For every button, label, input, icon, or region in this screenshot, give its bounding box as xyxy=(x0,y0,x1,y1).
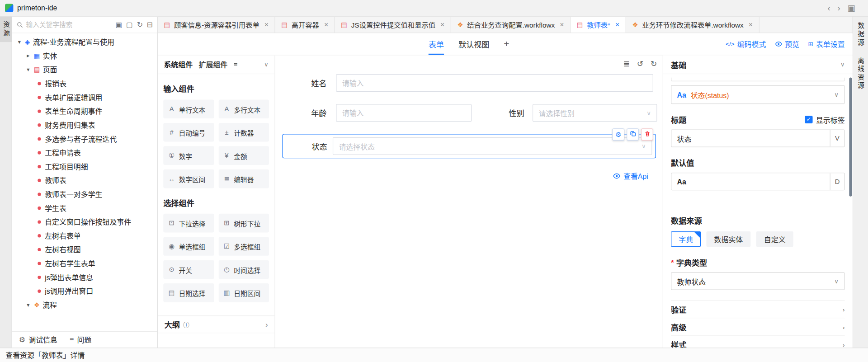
form-settings-button[interactable]: ⊞ 表单设置 xyxy=(808,39,844,49)
tree-page-item[interactable]: 左树右表单 xyxy=(12,229,157,243)
age-input[interactable] xyxy=(336,104,472,122)
title-input-control[interactable] xyxy=(671,134,830,142)
data-source-custom-button[interactable]: 自定义 xyxy=(756,231,793,247)
selected-field-status[interactable]: ⚙ 状态 请选择状态 ∨ xyxy=(282,134,656,158)
align-layout-icon[interactable]: ≣ xyxy=(623,59,630,68)
editor-tab[interactable]: ▤ JS设置控件提交值和显示值 × xyxy=(335,17,451,33)
tab-close-icon[interactable]: × xyxy=(615,20,619,28)
redo-icon[interactable]: ↻ xyxy=(651,59,657,68)
tab-extension-components[interactable]: 扩展组件 xyxy=(199,59,228,70)
save-layout-icon[interactable]: ▣ xyxy=(847,4,855,12)
tree-page-item[interactable]: 工程申请表 xyxy=(12,146,157,160)
expander-open-icon[interactable]: ▾ xyxy=(25,302,31,308)
name-input-control[interactable] xyxy=(342,79,647,87)
scrollbar-thumb[interactable] xyxy=(849,77,852,196)
dynamic-binding-button[interactable]: D xyxy=(830,173,844,190)
tree-root-node[interactable]: ▾ ◈ 流程-业务流程配置与使用 xyxy=(12,35,157,49)
field-selector[interactable]: Aa 状态(status) ∨ xyxy=(671,85,844,104)
tab-system-components[interactable]: 系统组件 xyxy=(164,59,193,70)
palette-item[interactable]: ▤日期选择 xyxy=(163,283,214,302)
history-back-icon[interactable]: ‹ xyxy=(827,4,830,12)
code-mode-button[interactable]: </> 编码模式 xyxy=(726,39,766,49)
section-validation[interactable]: 验证 › xyxy=(671,301,844,318)
palette-item[interactable]: #自动编号 xyxy=(163,123,214,142)
debug-info-tab[interactable]: ⚙ 调试信息 xyxy=(19,334,57,345)
palette-item[interactable]: ⊙开关 xyxy=(163,260,214,279)
palette-menu-icon[interactable]: ≡ xyxy=(234,61,238,68)
palette-item[interactable]: A单行文本 xyxy=(163,99,214,118)
section-advanced[interactable]: 高级 › xyxy=(671,318,844,336)
field-row-name[interactable]: 姓名 xyxy=(284,74,653,92)
data-source-dict-button[interactable]: 字典 xyxy=(671,231,701,247)
palette-item[interactable]: ⊡下拉选择 xyxy=(163,214,214,233)
field-settings-button[interactable]: ⚙ xyxy=(612,128,624,141)
gender-select[interactable]: 请选择性别 ∨ xyxy=(533,104,657,122)
tree-process-node[interactable]: ▾ ❖ 流程 xyxy=(12,298,157,312)
undo-icon[interactable]: ↺ xyxy=(637,59,643,68)
field-copy-button[interactable] xyxy=(627,128,639,141)
folder-icon[interactable]: ▢ xyxy=(126,20,133,28)
datasource-rail-tab[interactable]: 数据源 xyxy=(855,21,867,48)
tree-pages-node[interactable]: ▾ ▤ 页面 xyxy=(12,62,157,76)
resources-rail-tab[interactable]: 资源 xyxy=(0,17,12,42)
show-label-toggle[interactable]: ✓ 显示标签 xyxy=(805,114,844,125)
tree-page-item[interactable]: 多选参与者子流程迭代 xyxy=(12,132,157,146)
tree-page-item[interactable]: 表单扩展逻辑调用 xyxy=(12,90,157,104)
locate-file-icon[interactable]: ▣ xyxy=(115,20,122,28)
data-source-entity-button[interactable]: 数据实体 xyxy=(706,231,750,247)
palette-item[interactable]: ◉单选框组 xyxy=(163,237,214,256)
palette-item[interactable]: ≣编辑器 xyxy=(218,169,269,188)
properties-header[interactable]: 基础 ∨ xyxy=(663,55,853,74)
status-select[interactable]: 请选择状态 ∨ xyxy=(333,137,652,155)
dict-type-select[interactable]: 教师状态 ∨ xyxy=(671,273,844,290)
tab-default-view[interactable]: 默认视图 xyxy=(458,33,490,55)
tree-entity-node[interactable]: ▸ ▦ 实体 xyxy=(12,49,157,63)
section-style[interactable]: 样式 › xyxy=(671,336,844,348)
name-input[interactable] xyxy=(336,74,653,92)
refresh-icon[interactable]: ↻ xyxy=(137,20,143,28)
editor-tab-active[interactable]: ▤ 教师表* × xyxy=(571,17,626,33)
problems-tab[interactable]: ≡ 问题 xyxy=(70,334,92,345)
tab-close-icon[interactable]: × xyxy=(440,20,444,28)
tree-page-item[interactable]: 左树右视图 xyxy=(12,242,157,256)
tree-page-item[interactable]: js调用弹出窗口 xyxy=(12,284,157,298)
tree-page-item[interactable]: 教师表 xyxy=(12,173,157,187)
palette-item[interactable]: ◷时间选择 xyxy=(218,260,269,279)
tab-form[interactable]: 表单 xyxy=(429,33,444,55)
editor-tab[interactable]: ▤ 顾客信息-资源容器引用表单 × xyxy=(158,17,275,33)
tab-close-icon[interactable]: × xyxy=(264,20,269,28)
palette-item[interactable]: ①数字 xyxy=(163,146,214,165)
outline-bar[interactable]: 大纲 ⓘ › xyxy=(158,315,274,333)
palette-item[interactable]: ↔数字区间 xyxy=(163,169,214,188)
tree-page-item[interactable]: 教师表一对多学生 xyxy=(12,187,157,201)
preview-button[interactable]: 预览 xyxy=(775,39,799,49)
tree-page-item[interactable]: js弹出表单信息 xyxy=(12,270,157,284)
expander-open-icon[interactable]: ▾ xyxy=(25,66,31,72)
collapse-all-icon[interactable]: ⊟ xyxy=(147,20,153,28)
default-value-input[interactable]: Aa D xyxy=(671,173,844,190)
add-view-icon[interactable]: + xyxy=(504,33,509,55)
variable-binding-button[interactable]: V xyxy=(830,130,844,147)
field-delete-button[interactable] xyxy=(641,128,653,141)
palette-item[interactable]: ¥金额 xyxy=(218,146,269,165)
tab-close-icon[interactable]: × xyxy=(324,20,328,28)
tree-page-item[interactable]: 财务费用归集表 xyxy=(12,118,157,132)
palette-item[interactable]: ±计数器 xyxy=(218,123,269,142)
expander-closed-icon[interactable]: ▸ xyxy=(25,52,31,58)
chevron-down-icon[interactable]: ∨ xyxy=(264,61,269,68)
tree-page-item[interactable]: 左树右学生表单 xyxy=(12,256,157,270)
chevron-right-icon[interactable]: › xyxy=(265,320,268,329)
tree-page-item[interactable]: 报销表 xyxy=(12,76,157,90)
editor-tab[interactable]: ❖ 结合业务查询配置.workflowx × xyxy=(451,17,571,33)
editor-tab[interactable]: ▤ 高开容器 × xyxy=(275,17,335,33)
checkbox-checked-icon[interactable]: ✓ xyxy=(805,116,812,123)
palette-item[interactable]: ⊞树形下拉 xyxy=(218,214,269,233)
palette-item[interactable]: A多行文本 xyxy=(218,99,269,118)
age-input-control[interactable] xyxy=(342,109,466,117)
view-api-link[interactable]: 查看Api xyxy=(613,170,648,181)
editor-tab[interactable]: ❖ 业务环节修改流程表单.workflowx × xyxy=(626,17,760,33)
expander-open-icon[interactable]: ▾ xyxy=(17,39,22,45)
history-forward-icon[interactable]: › xyxy=(837,4,840,12)
sidebar-search-input[interactable] xyxy=(26,21,113,28)
tree-page-item[interactable]: 自定义窗口操作按钮及事件 xyxy=(12,215,157,229)
